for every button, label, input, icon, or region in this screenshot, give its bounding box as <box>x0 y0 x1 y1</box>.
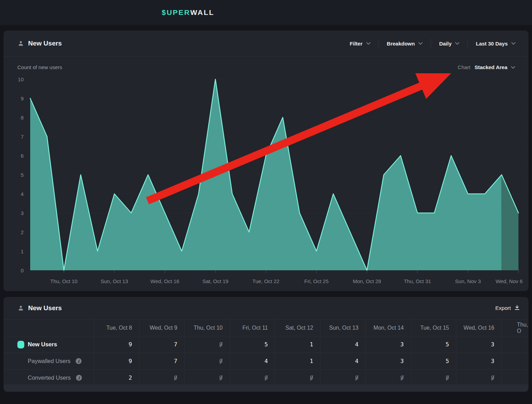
cell-value: 4 <box>355 341 358 348</box>
table-cell: 3 <box>365 353 411 369</box>
svg-text:Sun, Nov 3: Sun, Nov 3 <box>455 278 481 284</box>
cell-value: 9 <box>129 341 132 348</box>
svg-text:0: 0 <box>21 267 24 273</box>
table-cell <box>501 370 529 386</box>
svg-text:Fri, Oct 25: Fri, Oct 25 <box>304 278 329 284</box>
column-header: Tue, Oct 8 <box>94 320 139 336</box>
cell-value: 0 <box>355 374 358 381</box>
row-label: Paywalled Users <box>28 358 70 364</box>
cell-value: 5 <box>446 341 449 348</box>
cell-value: 3 <box>491 358 495 364</box>
export-label: Export <box>495 305 511 311</box>
logo-secondary: WALL <box>190 8 214 16</box>
series-color-swatch <box>17 341 24 348</box>
svg-text:Thu, Oct 31: Thu, Oct 31 <box>404 278 431 284</box>
svg-text:7: 7 <box>21 134 24 140</box>
table-row: New Users970514353 <box>3 336 529 353</box>
cell-value: 1 <box>310 341 313 348</box>
column-header: Thu, Oct 10 <box>184 320 230 336</box>
table-cell: 7 <box>139 353 185 369</box>
cell-value: 3 <box>400 341 404 348</box>
svg-text:Sun, Oct 13: Sun, Oct 13 <box>101 278 128 284</box>
cell-value: 5 <box>446 358 449 364</box>
info-icon[interactable]: i <box>76 375 82 381</box>
table-cell: 0 <box>275 370 320 386</box>
table-card-title: New Users <box>28 297 62 319</box>
column-header: Tue, Oct 15 <box>411 320 456 336</box>
svg-text:3: 3 <box>21 210 24 216</box>
column-header: Sun, Oct 13 <box>320 320 366 336</box>
table-cell: 4 <box>230 353 275 369</box>
row-label-cell: New Users <box>3 336 94 353</box>
table-cell <box>501 353 529 369</box>
table-corner-cell <box>3 320 94 336</box>
row-label: Converted Users <box>28 374 71 381</box>
column-header: Sat, Oct 12 <box>275 320 320 336</box>
table-cell: 3 <box>456 353 501 369</box>
svg-text:Wed, Oct 16: Wed, Oct 16 <box>151 278 179 284</box>
cell-value: 3 <box>491 341 495 348</box>
info-icon[interactable]: i <box>76 358 82 364</box>
svg-text:Wed, Nov 6: Wed, Nov 6 <box>496 278 523 284</box>
table-cell: 0 <box>230 370 275 386</box>
area-chart[interactable]: 012345678910Thu, Oct 10Sun, Oct 13Wed, O… <box>3 31 529 291</box>
svg-text:2: 2 <box>21 229 24 235</box>
svg-text:Sat, Oct 19: Sat, Oct 19 <box>202 278 228 284</box>
table-cell: 4 <box>320 353 366 369</box>
svg-text:Mon, Oct 28: Mon, Oct 28 <box>353 278 381 284</box>
table-cell: 0 <box>411 370 456 386</box>
row-label-cell: Converted Usersi <box>3 370 94 386</box>
cell-value: 3 <box>400 358 404 364</box>
table-cell: 0 <box>184 353 230 369</box>
cell-value: 0 <box>219 374 223 381</box>
cell-value: 7 <box>174 358 177 364</box>
cell-value: 0 <box>174 374 177 381</box>
table-cell: 0 <box>184 336 230 353</box>
table-cell: 0 <box>320 370 366 386</box>
svg-text:9: 9 <box>21 96 24 101</box>
cell-value: 4 <box>264 358 268 364</box>
table-cell <box>501 336 529 353</box>
row-label-cell: Paywalled Usersi <box>3 353 94 369</box>
new-users-chart-card: New Users Filter Breakdown Daily <box>3 31 529 291</box>
column-header: Wed, Oct 9 <box>139 320 185 336</box>
superwall-logo[interactable]: $UPERWALL <box>162 0 214 25</box>
table-cell: 0 <box>184 370 230 386</box>
svg-text:6: 6 <box>21 153 24 159</box>
svg-text:Tue, Oct 22: Tue, Oct 22 <box>252 278 279 284</box>
table-cell: 9 <box>94 353 139 369</box>
download-icon <box>515 305 520 312</box>
data-table: Tue, Oct 8Wed, Oct 9Thu, Oct 10Fri, Oct … <box>3 319 529 386</box>
table-row: Converted Usersi200000000 <box>3 369 529 386</box>
cell-value: 9 <box>129 358 132 364</box>
table-cell: 0 <box>365 370 411 386</box>
cell-value: 5 <box>264 341 268 348</box>
table-row: Tue, Oct 8Wed, Oct 9Thu, Oct 10Fri, Oct … <box>3 319 529 336</box>
cell-value: 0 <box>310 374 313 381</box>
cell-value: 0 <box>446 374 449 381</box>
page: { "navbar": { "logo_primary": "$UPER", "… <box>0 0 532 404</box>
table-cell: 0 <box>139 370 185 386</box>
cell-value: 0 <box>264 374 268 381</box>
column-header: Fri, Oct 11 <box>230 320 275 336</box>
row-label: New Users <box>28 341 57 348</box>
table-cell: 5 <box>411 353 456 369</box>
table-cell: 5 <box>230 336 275 353</box>
table-cell: 2 <box>94 370 139 386</box>
table-cell: 7 <box>139 336 185 353</box>
cell-value: 1 <box>310 358 313 364</box>
svg-text:10: 10 <box>18 76 24 82</box>
area-series-fill-muted <box>501 175 518 270</box>
cell-value: 4 <box>355 358 358 364</box>
export-button[interactable]: Export <box>495 297 520 319</box>
svg-text:4: 4 <box>21 191 24 197</box>
cell-value: 0 <box>491 374 495 381</box>
table-row: Paywalled Usersi970414353 <box>3 353 529 369</box>
table-card-header: New Users Export <box>3 297 529 319</box>
svg-text:8: 8 <box>21 115 24 121</box>
cell-value: 0 <box>219 341 223 348</box>
table-cell: 5 <box>411 336 456 353</box>
table-horizontal-scrollbar[interactable] <box>4 385 528 391</box>
cell-value: 7 <box>174 341 177 348</box>
table-cell: 4 <box>320 336 366 353</box>
